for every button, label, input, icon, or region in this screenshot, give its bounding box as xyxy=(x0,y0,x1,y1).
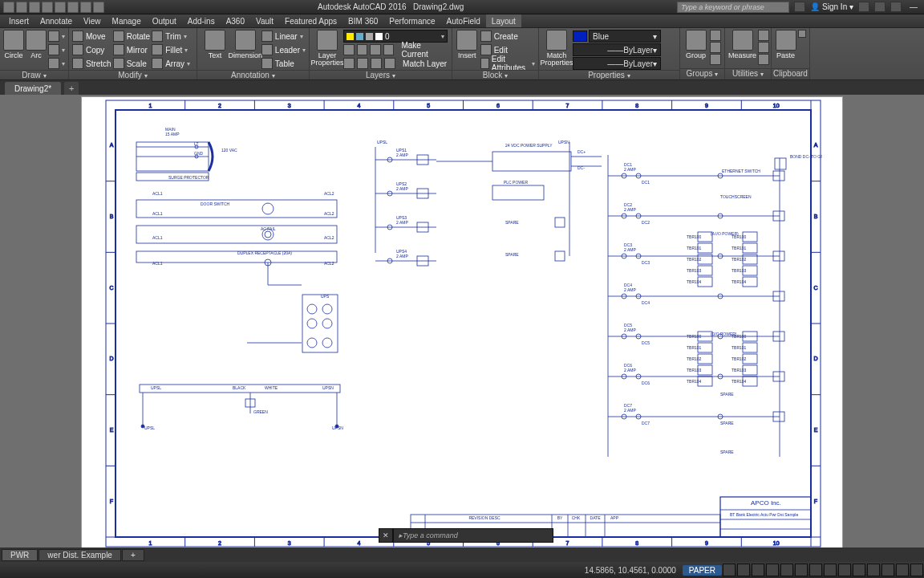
layer-properties-button[interactable]: Layer Properties xyxy=(313,30,342,67)
ortho-icon[interactable] xyxy=(752,564,764,576)
file-tab[interactable]: Drawing2* xyxy=(5,82,61,95)
layout-tab[interactable]: PWR xyxy=(2,549,38,561)
svg-text:D: D xyxy=(109,356,113,361)
fillet-button[interactable]: Fillet▾ xyxy=(152,43,190,56)
make-current-button[interactable]: Make Current xyxy=(343,43,448,56)
circle-button[interactable]: Circle xyxy=(3,30,24,59)
ribbon-tab-performance[interactable]: Performance xyxy=(383,14,440,27)
otrack-icon[interactable] xyxy=(795,564,808,576)
new-tab-button[interactable]: + xyxy=(64,82,79,95)
hardware-accel-icon[interactable] xyxy=(867,564,880,576)
layout-tab[interactable]: wer Dist. Example xyxy=(38,549,121,561)
ungroup-icon[interactable] xyxy=(710,42,721,53)
svg-text:DC7: DC7 xyxy=(642,421,650,425)
svg-text:SPARE: SPARE xyxy=(505,252,519,257)
annoscale-icon[interactable] xyxy=(824,564,837,576)
infocenter-icon[interactable] xyxy=(794,2,805,12)
app-icon[interactable] xyxy=(3,2,14,13)
ribbon-tab-featured-apps[interactable]: Featured Apps xyxy=(279,14,342,27)
id-icon[interactable] xyxy=(758,30,769,41)
dimension-button[interactable]: Dimension xyxy=(231,30,260,59)
add-layout-button[interactable]: + xyxy=(122,549,144,561)
qat-open[interactable] xyxy=(29,2,40,13)
ribbon-tab-vault[interactable]: Vault xyxy=(250,14,279,27)
svg-text:2 AMP: 2 AMP xyxy=(624,328,636,332)
point-icon[interactable] xyxy=(758,42,769,53)
lineweight-icon[interactable] xyxy=(809,564,822,576)
ribbon-tab-annotate[interactable]: Annotate xyxy=(34,14,78,27)
a360-icon[interactable] xyxy=(874,2,886,12)
svg-text:2 AMP: 2 AMP xyxy=(396,153,408,157)
color-dropdown[interactable]: Blue▾ xyxy=(573,30,661,43)
measure-button[interactable]: Measure xyxy=(728,30,756,59)
arc-button[interactable]: Arc xyxy=(26,30,47,59)
qat-undo[interactable] xyxy=(67,2,79,13)
help-icon[interactable] xyxy=(890,2,902,12)
insert-block-button[interactable]: Insert xyxy=(456,30,479,59)
edit-attr-button[interactable]: Edit Attributes▾ xyxy=(480,57,535,70)
help-search[interactable]: Type a keyword or phrase xyxy=(677,2,789,13)
workspace-icon[interactable] xyxy=(838,564,851,576)
leader-button[interactable]: Leader▾ xyxy=(261,43,306,56)
cut-icon[interactable] xyxy=(798,30,806,38)
calc-icon[interactable] xyxy=(758,54,769,65)
signin-link[interactable]: 👤 Sign In ▾ xyxy=(810,2,853,11)
ribbon-tab-layout[interactable]: Layout xyxy=(486,14,521,27)
text-button[interactable]: Text xyxy=(201,30,229,59)
polar-icon[interactable] xyxy=(766,564,779,576)
paste-button[interactable]: Paste xyxy=(775,30,796,59)
drawing-canvas[interactable]: 1122334455667788991010 AABBCCDDEEFF MAIN… xyxy=(0,95,924,547)
qat-print[interactable] xyxy=(55,2,66,13)
ribbon-tab-manage[interactable]: Manage xyxy=(107,14,147,27)
svg-text:TBR101: TBR101 xyxy=(687,345,702,350)
cmdline-close-icon[interactable]: ✕ xyxy=(379,528,393,543)
ribbon-tab-view[interactable]: View xyxy=(78,14,107,27)
hatch-icon[interactable] xyxy=(48,58,59,69)
trim-button[interactable]: Trim▾ xyxy=(152,30,190,43)
table-button[interactable]: Table xyxy=(261,57,306,70)
isolate-icon[interactable] xyxy=(881,564,894,576)
copy-button[interactable]: Copy xyxy=(72,43,111,56)
qat-new[interactable] xyxy=(16,2,27,13)
group-button[interactable]: Group xyxy=(683,30,708,59)
exchange-icon[interactable] xyxy=(858,2,869,12)
array-button[interactable]: Array▾ xyxy=(152,57,190,70)
svg-text:A: A xyxy=(110,142,114,148)
anno-vis-icon[interactable] xyxy=(853,564,865,576)
qat-redo[interactable] xyxy=(80,2,91,13)
grid-display-icon[interactable] xyxy=(737,564,750,576)
group-add-icon[interactable] xyxy=(710,54,721,65)
linetype-dropdown[interactable]: —— ByLayer ▾ xyxy=(573,43,661,56)
customize-icon[interactable] xyxy=(910,564,923,576)
svg-text:UPSN: UPSN xyxy=(558,140,569,144)
qat-more[interactable] xyxy=(93,2,104,13)
create-block-button[interactable]: Create xyxy=(480,30,535,43)
osnap-icon[interactable] xyxy=(780,564,793,576)
match-layer-button[interactable]: Match Layer xyxy=(343,57,448,70)
line-icon[interactable] xyxy=(48,31,59,42)
group-toggle-icon[interactable] xyxy=(710,30,721,41)
match-properties-button[interactable]: Match Properties xyxy=(542,30,571,67)
ribbon-tab-add-ins[interactable]: Add-ins xyxy=(182,14,221,27)
ribbon-tab-output[interactable]: Output xyxy=(147,14,182,27)
qat-save[interactable] xyxy=(42,2,53,13)
clean-screen-icon[interactable] xyxy=(896,564,909,576)
scale-button[interactable]: Scale xyxy=(113,57,150,70)
grid-snap-icon[interactable] xyxy=(723,564,736,576)
ribbon-tab-a360[interactable]: A360 xyxy=(221,14,250,27)
space-mode-badge[interactable]: PAPER xyxy=(683,565,722,576)
mirror-button[interactable]: Mirror xyxy=(113,43,150,56)
stretch-button[interactable]: Stretch xyxy=(72,57,111,70)
ribbon-tab-autofield[interactable]: AutoField xyxy=(441,14,486,27)
minimize-button[interactable]: — xyxy=(906,2,921,13)
polyline-icon[interactable] xyxy=(48,44,59,55)
linear-button[interactable]: Linear▾ xyxy=(261,30,306,43)
ribbon-tab-insert[interactable]: Insert xyxy=(3,14,34,27)
move-button[interactable]: Move xyxy=(72,30,111,43)
svg-text:6: 6 xyxy=(496,103,500,108)
ribbon-tab-bim-360[interactable]: BIM 360 xyxy=(342,14,383,27)
lineweight-dropdown[interactable]: —— ByLayer ▾ xyxy=(573,57,661,70)
command-line[interactable]: ▸ Type a command xyxy=(393,528,553,543)
rotate-button[interactable]: Rotate xyxy=(113,30,150,43)
svg-point-179 xyxy=(307,319,317,328)
